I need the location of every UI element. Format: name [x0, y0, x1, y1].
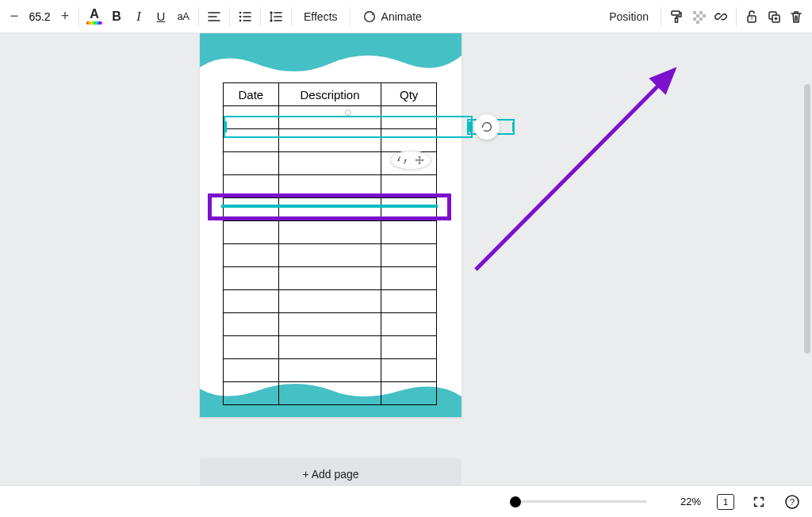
transparency-button[interactable] [688, 5, 710, 29]
italic-button[interactable]: I [128, 5, 150, 29]
table-row[interactable] [224, 244, 437, 267]
svg-line-18 [476, 70, 674, 270]
lock-button[interactable]: T [741, 5, 763, 29]
svg-point-4 [371, 13, 373, 15]
svg-point-2 [239, 19, 242, 21]
table-header-cell[interactable]: Qty [381, 83, 437, 106]
spacing-icon [268, 9, 284, 25]
scrollbar-thumb[interactable] [804, 84, 810, 354]
table-header-cell[interactable]: Description [278, 83, 381, 106]
zoom-percent-label[interactable]: 22% [680, 496, 701, 507]
trash-icon [788, 9, 804, 25]
zoom-slider[interactable] [512, 500, 647, 503]
font-size-stepper: − + [5, 6, 75, 28]
svg-point-3 [364, 11, 374, 21]
rotation-handle[interactable] [345, 109, 351, 116]
swap-icon [396, 155, 408, 166]
text-case-icon: aA [178, 10, 190, 22]
link-button[interactable] [710, 5, 732, 29]
alignment-button[interactable] [203, 5, 225, 29]
font-size-increase-button[interactable]: + [56, 6, 75, 28]
svg-rect-11 [693, 17, 696, 21]
floating-action-group [390, 151, 431, 170]
separator [198, 7, 199, 26]
fullscreen-button[interactable] [750, 493, 768, 511]
underline-icon: U [157, 10, 166, 23]
delete-button[interactable] [785, 5, 807, 29]
list-button[interactable] [234, 5, 256, 29]
top-toolbar: − + A B I U aA Effects Animate Position [0, 0, 812, 33]
svg-rect-10 [703, 14, 706, 17]
svg-text:?: ? [790, 497, 795, 507]
help-button[interactable]: ? [783, 493, 801, 511]
animate-label: Animate [381, 10, 422, 23]
annotation-arrow [444, 63, 745, 293]
resize-handle-right[interactable] [512, 122, 515, 132]
table-row[interactable] [224, 221, 437, 244]
svg-rect-8 [699, 11, 703, 14]
annotation-highlight-box [208, 193, 451, 220]
effects-button[interactable]: Effects [296, 5, 346, 29]
wave-top-decoration [200, 33, 462, 78]
bold-button[interactable]: B [105, 5, 128, 29]
svg-point-1 [239, 15, 242, 17]
bold-icon: B [112, 10, 121, 24]
text-color-button[interactable]: A [83, 5, 105, 29]
table-row[interactable] [224, 382, 437, 405]
font-size-input[interactable] [24, 10, 56, 23]
align-icon [206, 9, 222, 25]
format-painter-button[interactable] [665, 5, 688, 29]
help-icon: ? [784, 494, 800, 510]
table-row[interactable] [224, 267, 437, 290]
text-case-button[interactable]: aA [172, 5, 194, 29]
svg-rect-5 [672, 11, 680, 15]
table-row[interactable] [224, 313, 437, 336]
separator [350, 7, 350, 26]
separator [229, 7, 230, 26]
table-header-cell[interactable]: Date [224, 83, 279, 106]
rainbow-bar-icon [86, 21, 102, 25]
separator [661, 7, 661, 26]
list-icon [237, 9, 253, 25]
table-row[interactable] [224, 359, 437, 382]
font-size-decrease-button[interactable]: − [5, 6, 24, 28]
table-row[interactable] [224, 336, 437, 359]
underline-button[interactable]: U [150, 5, 172, 29]
status-bar: 22% 1 ? [0, 485, 812, 517]
table-header-row[interactable]: Date Description Qty [224, 83, 437, 106]
separator [291, 7, 292, 26]
table-row[interactable] [224, 290, 437, 313]
unlock-icon: T [744, 9, 760, 25]
svg-rect-13 [696, 21, 699, 24]
italic-icon: I [136, 10, 140, 24]
paint-roller-icon [668, 9, 684, 25]
canvas-area[interactable]: Date Description Qty [0, 33, 812, 485]
rotate-icon [480, 120, 494, 134]
svg-rect-9 [696, 14, 699, 17]
rotate-floating-button[interactable] [474, 114, 500, 140]
text-selection-box[interactable] [224, 116, 473, 138]
svg-text:T: T [750, 17, 753, 21]
text-color-icon: A [90, 8, 99, 21]
vertical-scrollbar[interactable] [804, 38, 810, 481]
resize-handle-left[interactable] [467, 122, 469, 132]
animate-button[interactable]: Animate [354, 5, 430, 29]
annotation-inner-line [221, 205, 438, 208]
svg-rect-12 [699, 17, 703, 21]
zoom-slider-thumb[interactable] [510, 496, 521, 507]
swap-button[interactable] [393, 151, 411, 169]
position-button[interactable]: Position [601, 5, 657, 29]
spacing-button[interactable] [265, 5, 287, 29]
duplicate-button[interactable] [763, 5, 785, 29]
design-page[interactable]: Date Description Qty [200, 33, 462, 417]
move-button[interactable] [411, 151, 428, 169]
duplicate-icon [766, 9, 782, 25]
fullscreen-icon [752, 495, 766, 509]
separator [79, 7, 79, 26]
page-indicator[interactable]: 1 [717, 493, 734, 511]
resize-handle-left[interactable] [224, 121, 227, 132]
svg-rect-7 [693, 11, 696, 14]
add-page-button[interactable]: + Add page [200, 458, 462, 485]
move-icon [414, 155, 425, 166]
separator [260, 7, 261, 26]
